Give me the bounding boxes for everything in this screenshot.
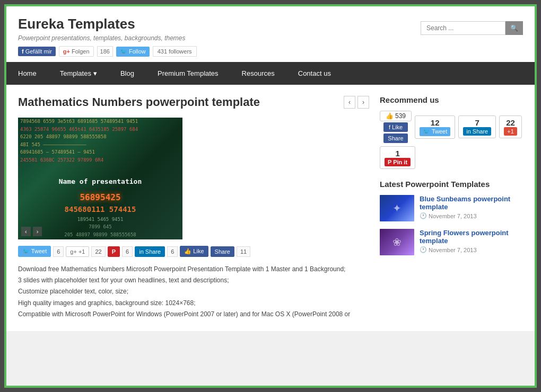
nav-contact-us[interactable]: Contact us: [286, 62, 343, 85]
desc-line-5: Compatible with Microsoft PowerPoint for…: [18, 309, 369, 319]
slide-next-button[interactable]: ›: [33, 227, 42, 236]
desc-line-1: Download free Mathematics Numbers Micros…: [18, 264, 369, 274]
pin-count: 6: [122, 246, 133, 257]
sidebar-pinterest-widget: 1 P Pin it: [380, 146, 415, 169]
gplus-label: Folgen: [72, 48, 90, 55]
sidebar-gplus-button[interactable]: +1: [504, 127, 517, 136]
facebook-like-button[interactable]: f Gefällt mir: [18, 47, 56, 56]
star-decoration: ✦: [392, 202, 402, 215]
sidebar-tweet-count: 12: [431, 118, 440, 127]
recommend-section: Recommend us 👍 539 f Like: [380, 95, 523, 169]
clock-icon: 🕐: [420, 212, 427, 219]
twitter-label: Follow: [129, 48, 146, 55]
chevron-down-icon: ▾: [93, 69, 97, 77]
linkedin-count: 6: [167, 246, 178, 257]
latest-info-1: Blue Sunbeams powerpoint template 🕐 Nove…: [420, 195, 523, 221]
slide-prev-button[interactable]: ‹: [21, 227, 31, 236]
site-title: Eureka Templates: [18, 16, 197, 32]
twitter-count: 431 followers: [153, 46, 197, 57]
main-content: Mathematics Numbers powerpoint template …: [18, 95, 369, 320]
search-button[interactable]: 🔍: [505, 21, 523, 35]
flower-decoration: ❀: [392, 236, 402, 248]
gplus-share-button[interactable]: g+ +1: [66, 246, 89, 257]
nav-blog[interactable]: Blog: [109, 62, 146, 85]
fb-count: 11: [237, 246, 250, 257]
nav-premium-templates[interactable]: Premium Templates: [146, 62, 230, 85]
gplus-icon: g+: [63, 48, 70, 55]
thumb-up-icon: 👍: [386, 112, 394, 120]
nav-home[interactable]: Home: [6, 62, 48, 85]
tweet-count: 6: [53, 246, 64, 257]
desc-line-4: High quality images and graphics, backgr…: [18, 298, 369, 308]
linkedin-button[interactable]: in Share: [135, 246, 165, 257]
sidebar-fb-count: 539: [395, 112, 406, 120]
sidebar: Recommend us 👍 539 f Like: [380, 95, 523, 320]
sidebar-fb-widget: 👍 539 f Like Share: [380, 111, 412, 143]
latest-item-date-1: 🕐 November 7, 2013: [420, 212, 523, 219]
article-image: 7894568 6559 3e5t63 6891685 57489541 945…: [18, 118, 182, 239]
sidebar-gplus-count: 22: [506, 118, 515, 127]
clock-icon-2: 🕐: [420, 246, 427, 253]
fb-share-button[interactable]: Share: [211, 246, 234, 257]
sidebar-pin-count: 1: [395, 149, 399, 158]
latest-title: Latest Powerpoint Templates: [380, 180, 523, 189]
gplus-share-count: 22: [91, 246, 105, 257]
nav-templates[interactable]: Templates ▾: [48, 62, 109, 85]
sidebar-linkedin-widget: 7 in Share: [458, 115, 496, 138]
site-subtitle: Powerpoint presentations, templates, bac…: [18, 34, 197, 42]
sidebar-tweet-widget: 12 🐦 Tweet: [415, 115, 455, 139]
sidebar-linkedin-count: 7: [475, 118, 479, 127]
latest-item-date-2: 🕐 November 7, 2013: [420, 246, 523, 253]
desc-line-3: Customize placeholder text, color, size;: [18, 287, 369, 297]
next-article-button[interactable]: ›: [357, 96, 369, 109]
twitter-icon: 🐦: [120, 48, 127, 55]
recommend-title: Recommend us: [380, 95, 523, 104]
navigation: Home Templates ▾ Blog Premium Templates …: [6, 62, 535, 85]
fb-label: Gefällt mir: [25, 48, 52, 55]
tweet-button[interactable]: 🐦 Tweet: [18, 246, 51, 257]
latest-section: Latest Powerpoint Templates ✦ Blue Sunbe…: [380, 180, 523, 255]
facebook-icon: f: [22, 48, 24, 55]
pinterest-button[interactable]: P: [108, 246, 120, 257]
gplus-follow-button[interactable]: g+ Folgen: [59, 46, 94, 57]
sidebar-gplus-widget: 22 +1: [499, 115, 522, 138]
latest-thumb-1: ✦: [380, 195, 414, 221]
nav-resources[interactable]: Resources: [230, 62, 286, 85]
latest-info-2: Spring Flowers powerpoint template 🕐 Nov…: [420, 229, 523, 255]
prev-article-button[interactable]: ‹: [344, 96, 355, 109]
sidebar-linkedin-button[interactable]: in Share: [463, 127, 491, 136]
latest-item-title-1[interactable]: Blue Sunbeams powerpoint template: [420, 195, 523, 211]
fb-like-share-button[interactable]: 👍 Like: [180, 246, 208, 257]
sidebar-fb-share-button[interactable]: Share: [383, 133, 407, 143]
sidebar-tweet-button[interactable]: 🐦 Tweet: [420, 127, 450, 136]
gplus-count: 186: [97, 46, 113, 57]
latest-thumb-2: ❀: [380, 229, 414, 255]
share-row: 🐦 Tweet 6 g+ +1 22 P 6 in Share 6 👍 Like…: [18, 246, 369, 257]
search-input[interactable]: [421, 21, 505, 35]
twitter-follow-button[interactable]: 🐦 Follow: [116, 47, 150, 57]
latest-item-2: ❀ Spring Flowers powerpoint template 🕐 N…: [380, 229, 523, 255]
article-title: Mathematics Numbers powerpoint template: [18, 95, 260, 109]
article-description: Download free Mathematics Numbers Micros…: [18, 264, 369, 319]
latest-item-1: ✦ Blue Sunbeams powerpoint template 🕐 No…: [380, 195, 523, 221]
desc-line-2: 3 slides with placeholder text for your …: [18, 275, 369, 286]
latest-item-title-2[interactable]: Spring Flowers powerpoint template: [420, 229, 523, 245]
sidebar-pin-button[interactable]: P Pin it: [385, 158, 411, 166]
sidebar-fb-like-button[interactable]: f Like: [383, 122, 408, 132]
